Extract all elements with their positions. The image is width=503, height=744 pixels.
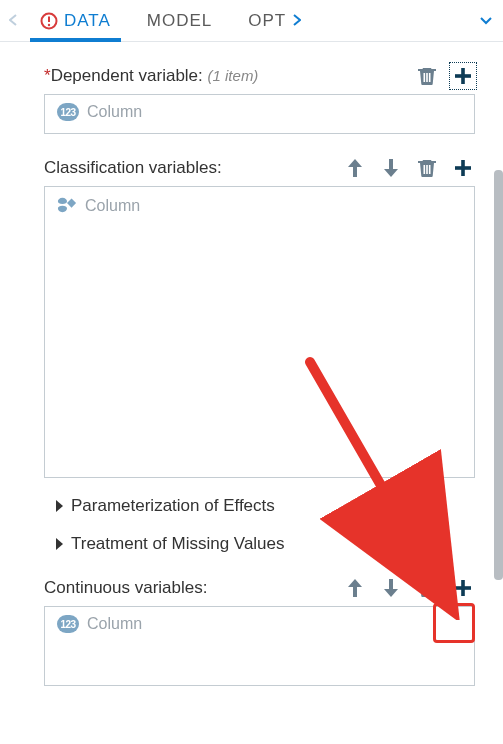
disclosure-label: Parameterization of Effects (71, 496, 275, 516)
tab-model[interactable]: MODEL (129, 0, 230, 41)
svg-rect-12 (455, 166, 471, 170)
dependent-label: *Dependent variable: (1 item) (44, 66, 258, 86)
svg-point-2 (48, 23, 50, 25)
plus-icon (454, 159, 472, 177)
delete-button[interactable] (415, 64, 439, 88)
add-button[interactable] (451, 64, 475, 88)
svg-rect-7 (455, 74, 471, 78)
continuous-head: Continuous variables: (44, 576, 475, 600)
arrow-up-icon (347, 579, 363, 597)
tab-options[interactable]: OPT (230, 0, 288, 41)
dependent-count: (1 item) (208, 67, 259, 84)
svg-rect-5 (429, 73, 431, 82)
svg-rect-3 (424, 73, 426, 82)
plus-icon (454, 579, 472, 597)
tab-bar: DATA MODEL OPT (0, 0, 503, 42)
svg-rect-17 (455, 586, 471, 590)
svg-rect-8 (424, 165, 426, 174)
classification-column-box[interactable]: Column (44, 186, 475, 478)
svg-rect-10 (429, 165, 431, 174)
caret-right-icon (56, 538, 63, 550)
numeric-type-icon: 123 (57, 615, 79, 633)
add-button[interactable] (451, 156, 475, 180)
trash-icon (418, 66, 436, 86)
move-down-button[interactable] (379, 576, 403, 600)
continuous-label: Continuous variables: (44, 578, 207, 598)
delete-button[interactable] (415, 156, 439, 180)
caret-right-icon (56, 500, 63, 512)
tab-label: OPT (248, 11, 286, 31)
tab-label: MODEL (147, 11, 212, 31)
tabs-scroll-left[interactable] (4, 13, 22, 29)
character-type-icon (57, 195, 77, 217)
numeric-type-icon: 123 (57, 103, 79, 121)
parameterization-disclosure[interactable]: Parameterization of Effects (44, 496, 475, 516)
delete-button[interactable] (415, 576, 439, 600)
classification-label: Classification variables: (44, 158, 222, 178)
arrow-down-icon (383, 159, 399, 177)
placeholder: 123 Column (57, 615, 142, 633)
move-up-button[interactable] (343, 576, 367, 600)
scrollbar[interactable] (494, 170, 503, 580)
classification-head: Classification variables: (44, 156, 475, 180)
dependent-column-box[interactable]: 123 Column (44, 94, 475, 134)
error-icon (40, 12, 58, 30)
tab-label: DATA (64, 11, 111, 31)
required-indicator: * (44, 66, 51, 85)
placeholder: Column (57, 195, 140, 217)
tab-data[interactable]: DATA (22, 0, 129, 41)
move-down-button[interactable] (379, 156, 403, 180)
pane-menu[interactable] (473, 14, 499, 28)
svg-rect-15 (429, 585, 431, 594)
arrow-down-icon (383, 579, 399, 597)
svg-rect-4 (426, 73, 428, 82)
trash-icon (418, 158, 436, 178)
continuous-column-box[interactable]: 123 Column (44, 606, 475, 686)
disclosure-label: Treatment of Missing Values (71, 534, 285, 554)
svg-rect-9 (426, 165, 428, 174)
move-up-button[interactable] (343, 156, 367, 180)
plus-icon (454, 67, 472, 85)
placeholder: 123 Column (57, 103, 142, 121)
missing-values-disclosure[interactable]: Treatment of Missing Values (44, 534, 475, 554)
tabs-scroll-right[interactable] (288, 13, 306, 29)
data-panel: *Dependent variable: (1 item) 123 Column… (0, 42, 503, 696)
svg-rect-14 (426, 585, 428, 594)
arrow-up-icon (347, 159, 363, 177)
dependent-head: *Dependent variable: (1 item) (44, 64, 475, 88)
svg-rect-13 (424, 585, 426, 594)
add-button[interactable] (451, 576, 475, 600)
task-pane: DATA MODEL OPT *Dependent variable: (1 i… (0, 0, 503, 744)
trash-icon (418, 578, 436, 598)
